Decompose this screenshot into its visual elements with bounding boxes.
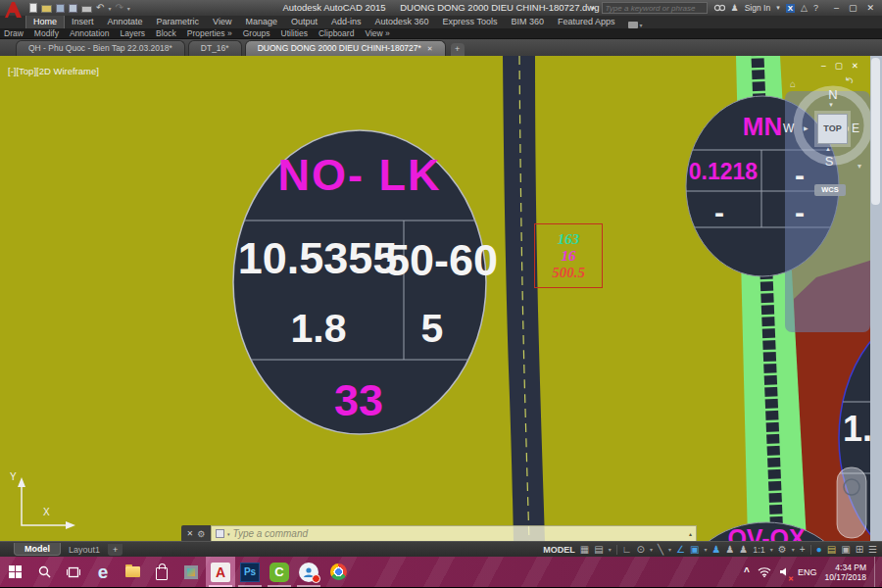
windows-store-taskbar-icon[interactable] — [147, 557, 176, 587]
viewcube-arrow-up-icon[interactable]: ▲ — [825, 146, 831, 152]
drawing-viewport[interactable]: [-][Top][2D Wireframe] – ▢ ✕ NO- LK 10.5… — [0, 56, 882, 541]
quick-properties-icon[interactable]: ▤ — [827, 543, 836, 557]
osnap-toggle-icon[interactable]: ∠ — [676, 543, 685, 557]
command-close-icon[interactable]: ✕ — [187, 529, 194, 538]
file-tab-close-icon[interactable]: ✕ — [427, 45, 433, 52]
command-input-field[interactable]: ▾ Type a command ▴ — [211, 525, 697, 541]
show-desktop-button[interactable] — [874, 557, 880, 587]
chrome-taskbar-icon[interactable] — [323, 557, 353, 587]
viewcube-wcs-menu[interactable]: WCS — [814, 184, 846, 196]
panel-clipboard[interactable]: Clipboard — [318, 28, 354, 38]
command-recent-icon[interactable] — [216, 529, 224, 538]
tab-autodesk-360[interactable]: Autodesk 360 — [368, 16, 436, 28]
panel-groups[interactable]: Groups — [243, 28, 270, 38]
viewcube-north[interactable]: N — [823, 87, 843, 102]
snap-toggle-icon[interactable]: ▤ — [594, 543, 603, 557]
tab-view[interactable]: View — [206, 16, 238, 28]
file-tab-dt16[interactable]: DT_16* — [188, 40, 242, 56]
tab-add-ins[interactable]: Add-ins — [324, 16, 368, 28]
lock-ui-icon[interactable]: ▣ — [841, 543, 850, 557]
minimize-button[interactable]: – — [834, 2, 839, 14]
ortho-toggle-icon[interactable]: ∟ — [622, 543, 632, 557]
save-icon[interactable] — [56, 4, 65, 13]
panel-modify[interactable]: Modify — [34, 28, 59, 38]
osnap3d-toggle-icon[interactable]: ▣ — [690, 543, 699, 557]
osnap-dropdown-icon[interactable]: ▾ — [704, 546, 707, 553]
search-expand-icon[interactable]: ▸ — [592, 2, 596, 14]
annotation-scale-value[interactable]: 1:1 — [753, 545, 765, 555]
panel-draw[interactable]: Draw — [4, 28, 24, 38]
autoscale-icon[interactable]: ♟ — [725, 543, 734, 557]
skype-taskbar-icon[interactable] — [294, 557, 323, 587]
polar-dropdown-icon[interactable]: ▾ — [650, 546, 653, 553]
undo-icon[interactable]: ↶ — [96, 3, 104, 13]
polar-toggle-icon[interactable]: ⊙ — [637, 543, 645, 557]
help-icon[interactable]: ? — [813, 2, 818, 14]
wifi-icon[interactable] — [758, 566, 771, 577]
model-tab[interactable]: Model — [14, 543, 61, 556]
command-dropdown-icon[interactable]: ▾ — [227, 531, 230, 537]
autocad-taskbar-icon[interactable]: A — [206, 557, 235, 587]
drawing-restore-button[interactable]: ▢ — [835, 61, 843, 71]
plot-icon[interactable] — [81, 6, 92, 13]
isodraft-dropdown-icon[interactable]: ▾ — [668, 546, 671, 553]
restore-button[interactable]: ▢ — [849, 2, 858, 14]
language-indicator[interactable]: ENG — [798, 567, 817, 577]
units-icon[interactable]: ● — [816, 543, 822, 557]
panel-annotation[interactable]: Annotation — [70, 28, 110, 38]
customization-menu-icon[interactable]: ☰ — [868, 543, 877, 557]
snap-dropdown-icon[interactable]: ▾ — [609, 546, 612, 553]
redo-icon[interactable]: ↷ — [115, 3, 122, 13]
panel-utilities[interactable]: Utilities — [281, 28, 308, 38]
taskbar-search-button[interactable] — [29, 557, 59, 587]
panel-block[interactable]: Block — [156, 28, 176, 38]
viewcube-west[interactable]: W — [783, 122, 794, 135]
annotation-monitor-icon[interactable]: + — [800, 543, 806, 557]
tab-parametric[interactable]: Parametric — [150, 16, 207, 28]
photos-taskbar-icon[interactable] — [176, 557, 206, 587]
tab-express-tools[interactable]: Express Tools — [436, 16, 505, 28]
workspace-dropdown-icon[interactable]: ▾ — [792, 546, 795, 553]
tab-output[interactable]: Output — [284, 16, 324, 28]
viewcube-arrow-down-icon[interactable]: ▼ — [828, 102, 834, 108]
camtasia-taskbar-icon[interactable]: C — [265, 557, 294, 587]
qat-customize-icon[interactable]: ▾ — [127, 5, 130, 12]
open-file-icon[interactable] — [41, 5, 52, 13]
autocad-logo-icon[interactable] — [2, 1, 24, 19]
drawing-close-button[interactable]: ✕ — [852, 61, 858, 71]
media-panel-icon[interactable]: ▾ — [628, 22, 643, 28]
annotation-scale-icon[interactable]: ♟ — [739, 543, 748, 557]
undo-dropdown-icon[interactable]: ▾ — [108, 5, 111, 12]
start-button[interactable] — [0, 557, 29, 587]
a360-icon[interactable]: △ — [801, 2, 808, 14]
model-space-label[interactable]: MODEL — [543, 545, 575, 555]
panel-properties[interactable]: Properties » — [187, 28, 232, 38]
viewcube-arrow-right-icon[interactable]: ▶ — [804, 124, 808, 131]
isodraft-toggle-icon[interactable]: ╲ — [658, 543, 663, 557]
navbar-chevron-icon[interactable]: ▾ — [858, 162, 861, 171]
photoshop-taskbar-icon[interactable]: Ps — [235, 557, 265, 587]
clock[interactable]: 4:34 PM 10/17/2018 — [824, 563, 866, 582]
panel-layers[interactable]: Layers — [121, 28, 146, 38]
file-tab-duong-dong[interactable]: DUONG DONG 2000 DIEU CHINH-180727*✕ — [245, 40, 446, 56]
scale-dropdown-icon[interactable]: ▾ — [770, 546, 773, 553]
command-customize-icon[interactable]: ⚙ — [197, 529, 205, 539]
close-button[interactable]: ✕ — [866, 2, 874, 14]
navigation-bar[interactable] — [837, 467, 866, 538]
panel-view[interactable]: View » — [365, 28, 389, 38]
tab-home[interactable]: Home — [25, 15, 65, 28]
search-icon[interactable] — [713, 4, 725, 13]
new-drawing-tab-button[interactable]: + — [451, 43, 465, 56]
tray-expand-icon[interactable]: ^ — [744, 566, 750, 577]
viewcube-home-icon[interactable]: ⌂ — [790, 78, 796, 89]
viewcube-top-face[interactable]: TOP — [817, 114, 848, 144]
sign-in-button[interactable]: Sign In — [745, 3, 770, 13]
edge-taskbar-icon[interactable]: e — [88, 557, 118, 587]
tab-featured-apps[interactable]: Featured Apps — [551, 16, 622, 28]
tab-manage[interactable]: Manage — [238, 16, 284, 28]
tab-annotate[interactable]: Annotate — [101, 16, 150, 28]
task-view-button[interactable] — [59, 557, 88, 587]
new-layout-button[interactable]: + — [108, 544, 122, 556]
workspace-gear-icon[interactable]: ⚙ — [778, 543, 787, 557]
save-as-icon[interactable] — [69, 4, 77, 13]
